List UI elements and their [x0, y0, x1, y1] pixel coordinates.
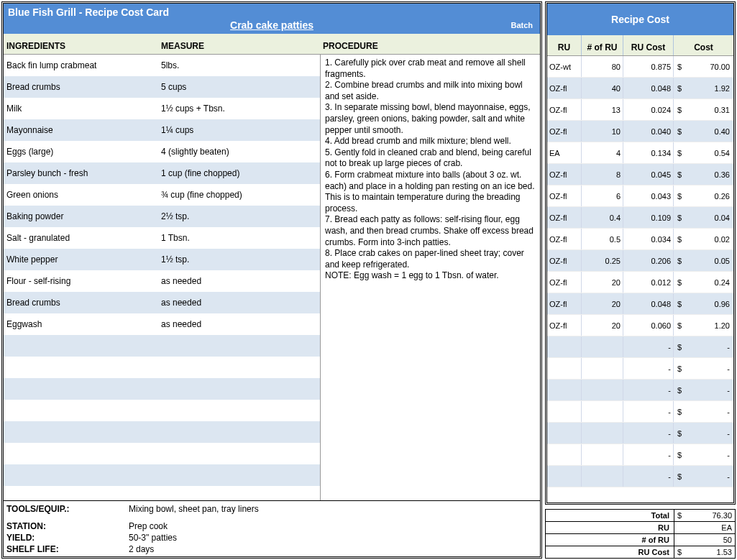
cost-row: OZ-fl100.040$0.40: [547, 121, 733, 142]
ingredient-measure: as needed: [158, 319, 320, 329]
ru-cost-cell: 0.034: [623, 229, 674, 249]
ingredient-row: Back fin lump crabmeat5lbs.: [4, 55, 320, 76]
col-cost: Cost: [674, 35, 733, 55]
num-ru-cell: 80: [582, 56, 623, 77]
num-ru-cell: 20: [582, 272, 623, 293]
cost-row: -$-: [547, 423, 733, 444]
recipe-cost-card: Blue Fish Grill - Recipe Cost Card Crab …: [0, 0, 737, 560]
ru-cost-cell: 0.012: [623, 272, 674, 293]
ru-cell: [547, 380, 582, 400]
left-panel: Blue Fish Grill - Recipe Cost Card Crab …: [1, 1, 542, 559]
ru-cell: [547, 444, 582, 465]
ingredient-row: [4, 378, 320, 400]
ingredient-name: Salt - granulated: [4, 233, 158, 243]
ingredient-row: Milk1½ cups + Tbsn.: [4, 98, 320, 119]
rucost-label: RU Cost: [546, 546, 674, 558]
cost-cell: $0.02: [674, 229, 733, 249]
ingredient-measure: 4 (slightly beaten): [158, 147, 320, 157]
cost-cell: $-: [674, 466, 733, 487]
ingredient-row: Salt - granulated1 Tbsn.: [4, 227, 320, 249]
procedure-step: 7. Bread each patty as follows: self-ris…: [325, 214, 536, 248]
procedure-text: 1. Carefully pick over crab meat and rem…: [320, 55, 540, 500]
ingredient-row: [4, 421, 320, 443]
ru-cost-cell: 0.134: [623, 142, 674, 163]
ru-cost-cell: 0.060: [623, 315, 674, 336]
ru-cost-cell: -: [623, 423, 674, 444]
ingredient-measure: 1 Tbsn.: [158, 233, 320, 243]
ingredient-row: [4, 464, 320, 486]
num-ru-cell: 0.25: [582, 250, 623, 271]
ru-cost-cell: -: [623, 444, 674, 465]
cost-row: OZ-fl400.048$1.92: [547, 78, 733, 99]
cost-row: -$-: [547, 380, 733, 401]
body-area: Back fin lump crabmeat5lbs.Bread crumbs5…: [4, 55, 540, 500]
card-title: Blue Fish Grill - Recipe Cost Card: [8, 6, 536, 18]
ru-cost-cell: -: [623, 466, 674, 487]
cost-row: OZ-fl60.043$0.26: [547, 185, 733, 207]
num-ru-cell: 4: [582, 142, 623, 163]
ingredient-measure: 5lbs.: [158, 60, 320, 70]
cost-row: OZ-fl0.250.206$0.05: [547, 250, 733, 272]
ru-cell: [547, 466, 582, 487]
ru-cell: OZ-wt: [547, 56, 582, 77]
col-ru-cost: RU Cost: [623, 35, 674, 55]
shelf-label: SHELF LIFE:: [6, 544, 129, 554]
cost-row: OZ-fl130.024$0.31: [547, 99, 733, 121]
num-ru-cell: [582, 444, 623, 465]
procedure-step: 2. Combine bread crumbs and milk into mi…: [325, 80, 536, 102]
cost-cell: $0.40: [674, 121, 733, 142]
ingredient-measure: ¾ cup (fine chopped): [158, 190, 320, 200]
yield-value: 50-3" patties: [129, 533, 177, 543]
ru-cell: OZ-fl: [547, 293, 582, 314]
cost-cell: $-: [674, 336, 733, 357]
cost-row: -$-: [547, 466, 733, 487]
ru-cell: OZ-fl: [547, 78, 582, 98]
ru-cost-cell: 0.048: [623, 78, 674, 98]
procedure-step: 3. In separate missing bowl, blend mayon…: [325, 102, 536, 136]
num-ru-cell: 10: [582, 121, 623, 142]
totals-box: Total$76.30 RUEA # of RU50 RU Cost$1.53: [545, 509, 736, 559]
ru-cell: [547, 423, 582, 444]
cost-cell: $0.26: [674, 185, 733, 206]
cost-cell: $1.20: [674, 315, 733, 336]
cost-cell: $-: [674, 358, 733, 379]
ru-cell: OZ-fl: [547, 250, 582, 271]
ingredient-measure: 1½ cups + Tbsn.: [158, 104, 320, 114]
yield-label: YIELD:: [6, 533, 129, 543]
cost-row: OZ-fl0.50.034$0.02: [547, 229, 733, 250]
ingredient-measure: 2½ tsp.: [158, 211, 320, 221]
ru-label: RU: [546, 522, 674, 533]
ru-cost-cell: -: [623, 380, 674, 400]
num-ru-cell: 0.4: [582, 207, 623, 228]
ru-cost-cell: 0.048: [623, 293, 674, 314]
ingredient-row: Flour - self-risingas needed: [4, 270, 320, 292]
card-header: Blue Fish Grill - Recipe Cost Card Crab …: [4, 4, 540, 34]
cost-header: Recipe Cost: [547, 4, 733, 35]
num-ru-cell: [582, 423, 623, 444]
cost-cell: $0.05: [674, 250, 733, 271]
ingredient-name: Parsley bunch - fresh: [4, 168, 158, 178]
ru-cell: OZ-fl: [547, 207, 582, 228]
col-measure: MEASURE: [161, 41, 323, 51]
ingredient-row: Bread crumbsas needed: [4, 292, 320, 313]
footer: TOOLS/EQUIP.:Mixing bowl, sheet pan, tra…: [4, 500, 540, 556]
procedure-step: 8. Place crab cakes on paper-lined sheet…: [325, 248, 536, 270]
ingredient-row: Eggwashas needed: [4, 313, 320, 335]
num-ru-cell: 0.5: [582, 229, 623, 249]
rucost-value: 1.53: [717, 548, 732, 556]
procedure-step: NOTE: Egg wash = 1 egg to 1 Tbsn. of wat…: [325, 270, 536, 282]
ru-cell: OZ-fl: [547, 315, 582, 336]
num-ru-cell: 20: [582, 315, 623, 336]
procedure-step: 6. Form crabmeat mixture into balls (abo…: [325, 170, 536, 214]
num-ru-cell: 8: [582, 164, 623, 185]
ru-cell: OZ-fl: [547, 185, 582, 206]
num-ru-cell: [582, 466, 623, 487]
right-panel: Recipe Cost RU # of RU RU Cost Cost OZ-w…: [545, 1, 736, 559]
cost-cell: $0.04: [674, 207, 733, 228]
ingredient-row: Bread crumbs5 cups: [4, 76, 320, 98]
ingredient-measure: 1 cup (fine chopped): [158, 168, 320, 178]
cost-cell: $-: [674, 401, 733, 422]
station-label: STATION:: [6, 521, 129, 531]
cost-row: -$-: [547, 401, 733, 423]
cost-cell: $0.31: [674, 99, 733, 120]
